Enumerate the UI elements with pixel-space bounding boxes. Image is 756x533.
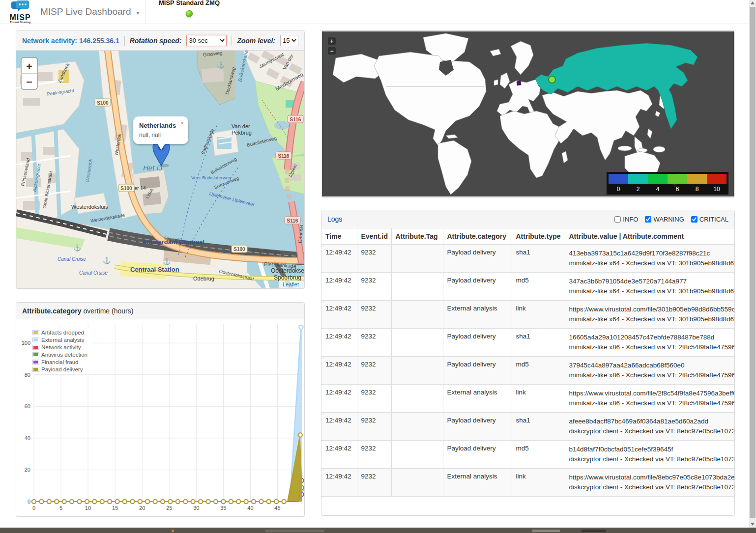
log-time: 12:49:42 [321, 441, 357, 469]
data-point [115, 500, 119, 504]
data-point [282, 500, 286, 504]
log-time: 12:49:42 [321, 469, 357, 497]
data-point [252, 500, 256, 504]
taskbar-item [265, 530, 324, 532]
page-scrollbar[interactable] [749, 0, 756, 528]
leaflet-attribution-link[interactable]: Leaflet [283, 281, 299, 287]
world-heatmap[interactable]: + − 0246810 [322, 31, 734, 196]
legend-item: Antivirus detection [32, 351, 87, 358]
log-event-id: 9232 [357, 273, 391, 301]
zoom-in-button[interactable]: + [26, 60, 32, 72]
log-attribute-value-comment: afeee8b4acff87bc469a6f0364a81ae5d60a2add… [565, 413, 734, 441]
info-checkbox[interactable] [614, 216, 621, 223]
logs-title: Logs [327, 215, 342, 223]
rotation-speed-select[interactable]: 30 sec [186, 35, 227, 46]
logs-panel-header: Logs INFO WARNING CRITICAL [321, 210, 734, 228]
log-filter-critical[interactable]: CRITICAL [691, 216, 728, 223]
log-event-id: 9232 [357, 357, 391, 385]
misp-logo[interactable]: MISP Threat Sharing [5, 0, 35, 23]
log-filter-warning[interactable]: WARNING [645, 216, 684, 223]
log-row: 12:49:42 9232 Payload delivery sha1 afee… [321, 413, 734, 441]
legend-swatch [648, 174, 668, 184]
zoom-level-select[interactable]: 15 [280, 35, 298, 46]
legend-swatch [32, 345, 39, 350]
logs-table: Time Event.id Attribute.Tag Attribute.ca… [321, 228, 734, 497]
data-point [267, 500, 271, 504]
rotation-speed-label: Rotation speed: [130, 37, 182, 45]
log-value: https://www.virustotal.com/file/301b905e… [569, 305, 731, 314]
log-time: 12:49:42 [321, 413, 357, 441]
leaflet-street-map[interactable]: ⚓ ⚓ ⚓ ⚓ Het IJ Buiksloterkanaal Westerdo… [16, 51, 304, 288]
label-canal-cruise: Canal Cruise [58, 256, 86, 262]
filter-label: WARNING [653, 216, 684, 223]
country-indonesia [618, 146, 632, 151]
road-badge-s100: S100 [118, 184, 134, 192]
world-zoom-out-button[interactable]: − [328, 47, 336, 55]
log-attribute-tag [391, 413, 443, 441]
ferry-label-veer: Veer Buiksloterweg [191, 175, 231, 180]
legend-label: 6 [676, 186, 679, 193]
misp-logo-text: MISP [5, 14, 35, 21]
zoom-out-button[interactable]: − [26, 76, 32, 87]
log-row: 12:49:42 9232 Payload delivery sha1 1660… [321, 329, 734, 357]
svg-text:S116: S116 [278, 153, 290, 159]
header-separator [124, 36, 125, 46]
chevron-down-icon: ▾ [137, 10, 140, 16]
navbar-divider [145, 0, 146, 24]
world-zoom-in-button[interactable]: + [328, 37, 336, 45]
data-point [259, 500, 263, 504]
log-attribute-value-comment: b14d8faf7f0cbcfad051cefe5f39645f diskcry… [565, 441, 734, 469]
svg-text:S116: S116 [290, 117, 301, 122]
svg-text:S116: S116 [287, 218, 298, 224]
svg-text:−: − [330, 48, 333, 55]
log-time: 12:49:42 [321, 245, 357, 273]
scroll-up-arrow-icon[interactable] [751, 1, 755, 4]
street-label: Pekbrug [232, 130, 252, 136]
world-map-legend: 0246810 [607, 172, 728, 195]
log-attribute-type: md5 [512, 441, 565, 469]
scroll-down-arrow-icon[interactable] [751, 523, 755, 526]
legend-label: External analysis [41, 337, 84, 343]
attribute-category-chart-panel: Attribute.category overtime (hours) Arti… [16, 302, 305, 517]
world-map-panel: + − 0246810 [321, 30, 735, 197]
network-activity-title[interactable]: Network activity: 146.255.36.1 [22, 37, 119, 45]
x-tick-label: 35 [220, 505, 226, 511]
log-row: 12:49:42 9232 Payload delivery sha1 413e… [321, 245, 734, 273]
event-marker-dot[interactable] [549, 76, 555, 83]
data-point [92, 500, 96, 504]
street-label: Van der [232, 123, 250, 129]
legend-item: Financial fraud [32, 358, 87, 365]
logs-header-row: Time Event.id Attribute.Tag Attribute.ca… [321, 228, 734, 245]
log-comment: mimikatz-like x64 - Xchecked via VT: 301… [569, 258, 731, 268]
warning-checkbox[interactable] [645, 216, 651, 223]
log-attribute-type: sha1 [512, 245, 565, 273]
popup-close-icon[interactable]: × [180, 119, 184, 127]
y-tick-label: 40 [25, 435, 30, 441]
log-attribute-category: Payload delivery [443, 273, 512, 301]
anchor-icon: ⚓ [73, 244, 82, 252]
road-badge-s100: S100 [232, 245, 247, 252]
log-attribute-category: Payload delivery [443, 441, 512, 469]
data-point [176, 500, 180, 504]
log-attribute-value-comment: https://www.virustotal.com/file/301b905e… [565, 301, 734, 329]
taskbar-icon [172, 530, 174, 532]
log-filter-info[interactable]: INFO [614, 216, 638, 223]
zoom-level-label: Zoom level: [237, 37, 275, 45]
svg-text:S100: S100 [233, 247, 245, 252]
log-attribute-category: External analysis [443, 301, 512, 329]
dashboard-dropdown[interactable]: MISP Live Dashboard ▾ [40, 0, 139, 24]
country-netherlands-highlighted[interactable] [517, 81, 521, 85]
log-attribute-type: md5 [512, 273, 565, 301]
navbar: MISP Threat Sharing MISP Live Dashboard … [0, 0, 756, 24]
data-point [70, 500, 74, 504]
critical-checkbox[interactable] [691, 216, 698, 223]
legend-label: 2 [637, 186, 640, 193]
scrollbar-thumb[interactable] [750, 7, 756, 518]
log-attribute-value-comment: https://www.virustotal.com/file/2f8c54f9… [565, 385, 734, 413]
anchor-icon: ⚓ [163, 257, 171, 266]
log-event-id: 9232 [357, 413, 391, 441]
y-tick-label: 20 [25, 467, 30, 473]
data-point [236, 500, 240, 504]
log-attribute-value-comment: https://www.virustotal.com/file/8ebc97e0… [565, 469, 734, 497]
road-badge-s100: S100 [95, 99, 111, 106]
